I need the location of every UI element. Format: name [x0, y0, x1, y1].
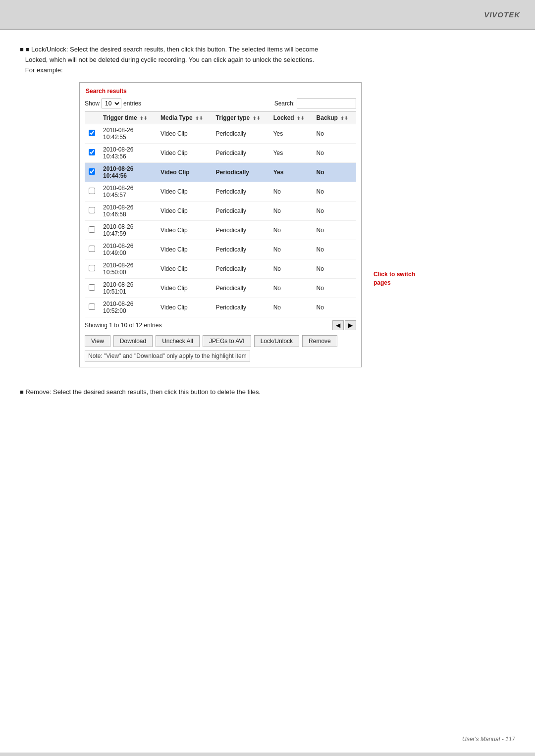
cell-trigger_time: 2010-08-2610:46:58 [99, 202, 157, 221]
row-checkbox[interactable] [89, 226, 95, 233]
cell-media_type: Video Clip [157, 298, 212, 317]
instruction-line3: For example: [25, 66, 63, 74]
row-checkbox[interactable] [89, 246, 95, 252]
uncheck-all-button[interactable]: Uncheck All [156, 335, 200, 347]
cell-trigger_type: Periodically [212, 298, 269, 317]
cell-trigger_time: 2010-08-2610:44:56 [99, 163, 157, 182]
action-buttons: View Download Uncheck All JPEGs to AVI L… [85, 335, 356, 347]
cell-locked: No [269, 298, 313, 317]
cell-locked: No [269, 182, 313, 202]
table-row: 2010-08-2610:44:56Video ClipPeriodically… [85, 163, 356, 182]
cell-trigger_type: Periodically [212, 124, 269, 144]
cell-locked: Yes [269, 144, 313, 163]
cell-trigger_type: Periodically [212, 182, 269, 202]
cell-trigger_type: Periodically [212, 240, 269, 259]
row-checkbox[interactable] [89, 168, 95, 175]
cell-backup: No [313, 163, 356, 182]
col-locked: Locked ⬆⬇ [269, 112, 313, 124]
row-checkbox[interactable] [89, 188, 95, 194]
cell-media_type: Video Clip [157, 279, 212, 298]
cell-media_type: Video Clip [157, 144, 212, 163]
col-backup: Backup ⬆⬇ [313, 112, 356, 124]
table-row: 2010-08-2610:43:56Video ClipPeriodically… [85, 144, 356, 163]
cell-media_type: Video Clip [157, 202, 212, 221]
col-check [85, 112, 99, 124]
cell-trigger_time: 2010-08-2610:42:55 [99, 124, 157, 144]
download-button[interactable]: Download [113, 335, 153, 347]
cell-media_type: Video Clip [157, 240, 212, 259]
col-trigger-type: Trigger type ⬆⬇ [212, 112, 269, 124]
cell-backup: No [313, 182, 356, 202]
cell-trigger_time: 2010-08-2610:49:00 [99, 240, 157, 259]
entries-label: entries [123, 100, 141, 107]
row-checkbox[interactable] [89, 265, 95, 271]
jpegs-to-avi-button[interactable]: JPEGs to AVI [203, 335, 251, 347]
cell-backup: No [313, 202, 356, 221]
brand-label: VIVOTEK [484, 10, 520, 19]
cell-media_type: Video Clip [157, 259, 212, 279]
cell-locked: Yes [269, 124, 313, 144]
search-input[interactable] [297, 99, 356, 108]
prev-page-button[interactable]: ◀ [332, 320, 344, 330]
search-results-panel: Search results Show 10 25 50 entries Sea… [79, 82, 362, 367]
cell-trigger_type: Periodically [212, 163, 269, 182]
row-checkbox[interactable] [89, 284, 95, 291]
cell-media_type: Video Clip [157, 221, 212, 240]
cell-trigger_time: 2010-08-2610:43:56 [99, 144, 157, 163]
showing-text: Showing 1 to 10 of 12 entries [85, 322, 161, 329]
row-checkbox[interactable] [89, 130, 95, 136]
table-body: 2010-08-2610:42:55Video ClipPeriodically… [85, 124, 356, 317]
cell-trigger_time: 2010-08-2610:51:01 [99, 279, 157, 298]
instruction-line1: ■ Lock/Unlock: Select the desired search… [25, 46, 318, 53]
cell-media_type: Video Clip [157, 124, 212, 144]
table-row: 2010-08-2610:50:00Video ClipPeriodically… [85, 259, 356, 279]
search-box-row: Search: [274, 99, 356, 108]
remove-button[interactable]: Remove [302, 335, 337, 347]
cell-trigger_type: Periodically [212, 259, 269, 279]
pagination-buttons: ◀ ▶ [332, 320, 356, 330]
lock-unlock-instruction: ■ ■ Lock/Unlock: Select the desired sear… [20, 45, 515, 75]
cell-media_type: Video Clip [157, 182, 212, 202]
table-header: Trigger time ⬆⬇ Media Type ⬆⬇ Trigger ty… [85, 112, 356, 124]
view-button[interactable]: View [85, 335, 110, 347]
cell-trigger_type: Periodically [212, 144, 269, 163]
switch-pages-callout: Click to switchpages [374, 270, 415, 287]
cell-media_type: Video Clip [157, 163, 212, 182]
cell-locked: Yes [269, 163, 313, 182]
instruction-line2: Locked, which will not be deleted during… [25, 56, 314, 63]
main-content: ■ ■ Lock/Unlock: Select the desired sear… [0, 30, 535, 753]
cell-locked: No [269, 240, 313, 259]
table-row: 2010-08-2610:49:00Video ClipPeriodically… [85, 240, 356, 259]
entries-select[interactable]: 10 25 50 [102, 99, 121, 108]
cell-backup: No [313, 259, 356, 279]
lock-unlock-button[interactable]: Lock/Unlock [254, 335, 299, 347]
table-row: 2010-08-2610:45:57Video ClipPeriodically… [85, 182, 356, 202]
cell-trigger_type: Periodically [212, 202, 269, 221]
table-footer: Showing 1 to 10 of 12 entries ◀ ▶ [85, 320, 356, 330]
col-trigger-time: Trigger time ⬆⬇ [99, 112, 157, 124]
next-page-button[interactable]: ▶ [345, 320, 356, 330]
remove-instruction: ■ Remove: Select the desired search resu… [20, 387, 515, 398]
cell-locked: No [269, 259, 313, 279]
col-media-type: Media Type ⬆⬇ [157, 112, 212, 124]
table-row: 2010-08-2610:51:01Video ClipPeriodically… [85, 279, 356, 298]
row-checkbox[interactable] [89, 303, 95, 310]
table-row: 2010-08-2610:52:00Video ClipPeriodically… [85, 298, 356, 317]
cell-backup: No [313, 221, 356, 240]
show-entries-left: Show 10 25 50 entries [85, 99, 141, 108]
cell-trigger_type: Periodically [212, 221, 269, 240]
cell-locked: No [269, 221, 313, 240]
cell-backup: No [313, 240, 356, 259]
cell-locked: No [269, 202, 313, 221]
cell-trigger_time: 2010-08-2610:52:00 [99, 298, 157, 317]
cell-locked: No [269, 279, 313, 298]
cell-backup: No [313, 298, 356, 317]
note-text: Note: "View" and "Download" only apply t… [85, 350, 250, 362]
row-checkbox[interactable] [89, 207, 95, 213]
table-row: 2010-08-2610:47:59Video ClipPeriodically… [85, 221, 356, 240]
row-checkbox[interactable] [89, 149, 95, 155]
results-table: Trigger time ⬆⬇ Media Type ⬆⬇ Trigger ty… [85, 111, 356, 317]
page-footer: User's Manual - 117 [462, 736, 515, 743]
search-label: Search: [274, 100, 295, 107]
cell-backup: No [313, 144, 356, 163]
